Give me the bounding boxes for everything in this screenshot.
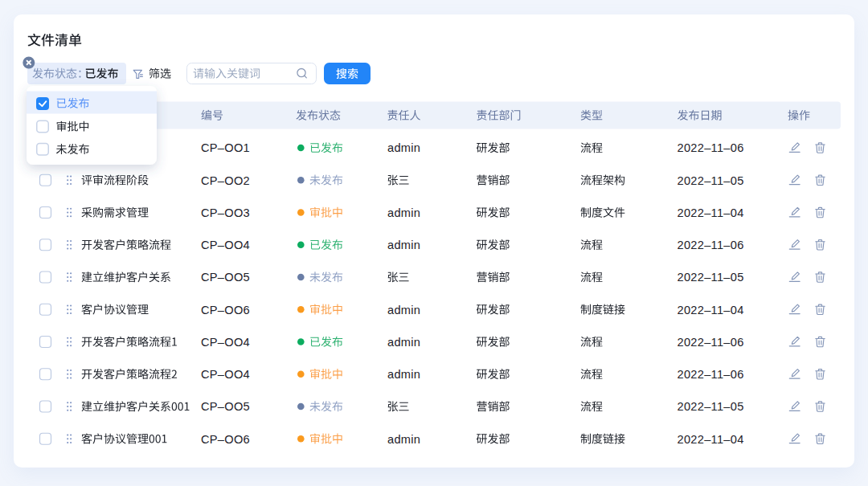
svg-text:admin: admin	[387, 304, 420, 317]
svg-text:CP–OO4: CP–OO4	[201, 239, 250, 251]
svg-text:admin: admin	[387, 336, 420, 349]
svg-text:admin: admin	[387, 433, 420, 446]
svg-text:CP–OO5: CP–OO5	[201, 271, 250, 284]
svg-text:admin: admin	[387, 368, 420, 381]
svg-text:2022–11–05: 2022–11–05	[678, 400, 744, 413]
svg-text:CP–OO5: CP–OO5	[201, 400, 250, 413]
svg-text:2022–11–04: 2022–11–04	[678, 304, 744, 317]
svg-text:2022–11–04: 2022–11–04	[678, 206, 744, 219]
svg-text:CP–OO2: CP–OO2	[201, 174, 250, 187]
svg-text:2022–11–04: 2022–11–04	[678, 433, 744, 446]
svg-text:2022–11–06: 2022–11–06	[678, 336, 744, 349]
svg-text:CP–OO6: CP–OO6	[201, 433, 250, 446]
svg-text:CP–OO6: CP–OO6	[201, 304, 250, 317]
svg-text:2022–11–06: 2022–11–06	[678, 239, 744, 251]
svg-text:admin: admin	[387, 141, 420, 154]
svg-text:CP–OO1: CP–OO1	[201, 141, 250, 154]
svg-text:2022–11–05: 2022–11–05	[678, 271, 744, 284]
svg-text:2022–11–06: 2022–11–06	[678, 141, 744, 154]
svg-text:CP–OO3: CP–OO3	[201, 206, 250, 219]
svg-text:CP–OO4: CP–OO4	[201, 368, 250, 381]
svg-text:CP–OO4: CP–OO4	[201, 336, 250, 349]
svg-text:admin: admin	[387, 239, 420, 251]
svg-text:2022–11–05: 2022–11–05	[678, 174, 744, 187]
svg-text:2022–11–06: 2022–11–06	[678, 368, 744, 381]
svg-text:admin: admin	[387, 206, 420, 219]
